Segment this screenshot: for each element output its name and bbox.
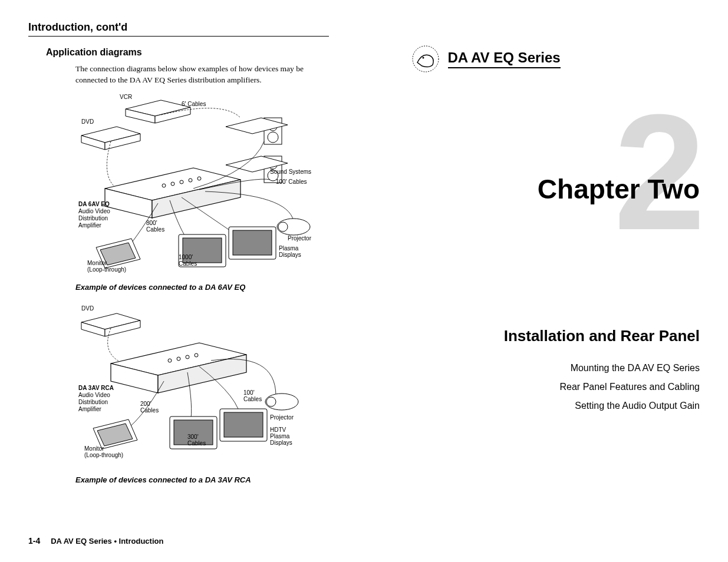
diagram-da6av: DVD VCR 6' Cables — [46, 94, 323, 279]
running-head: Introduction, cont'd — [28, 21, 329, 37]
svg-rect-26 — [224, 412, 263, 437]
svg-point-20 — [195, 353, 198, 357]
svg-point-8 — [180, 180, 183, 184]
label-300-1: 300' — [187, 434, 199, 440]
label-da3av-l2: Distribution — [78, 399, 108, 405]
label-800-2: Cables — [146, 226, 164, 233]
label-da6av-l3: Amplifier — [78, 222, 102, 229]
label-sound-systems: Sound Systems — [270, 168, 311, 175]
label-da6av-l1: Audio Video — [78, 208, 110, 214]
label-200-2: Cables — [140, 407, 159, 414]
label-plasma2: Displays — [279, 252, 301, 258]
section-title: Installation and Rear Panel — [400, 327, 700, 345]
chapter-sub: Installation and Rear Panel Mounting the… — [400, 327, 700, 419]
right-header: DA AV EQ Series — [411, 45, 700, 73]
label-da3av-bold: DA 3AV RCA — [78, 385, 114, 391]
svg-point-12 — [278, 222, 288, 232]
svg-point-17 — [168, 359, 172, 362]
label-monitor2b: (Loop-through) — [84, 452, 123, 458]
label-100-1: 100' — [243, 389, 255, 396]
diagram-da3av: DVD DA 3AV RCA Audio Video Distribution … — [46, 305, 323, 472]
label-monitor1b: Monitor — [84, 445, 104, 452]
label-plasma1: Plasma — [279, 245, 299, 252]
label-monitor1: Monitor — [87, 260, 107, 266]
label-da3av-l1: Audio Video — [78, 392, 110, 398]
svg-point-9 — [189, 178, 192, 182]
svg-rect-16 — [233, 230, 272, 255]
label-800-1: 800' — [146, 220, 157, 226]
left-page: Introduction, cont'd Application diagram… — [0, 0, 364, 562]
svg-point-28 — [422, 57, 424, 59]
series-title: DA AV EQ Series — [448, 49, 561, 68]
extron-logo-icon — [411, 45, 440, 73]
label-dvd: DVD — [81, 118, 94, 125]
left-column: Application diagrams The connection diag… — [28, 47, 329, 484]
label-plasma1b: Plasma — [270, 433, 290, 439]
toc-line: Setting the Audio Output Gain — [400, 401, 700, 411]
label-100cables: 100' Cables — [276, 178, 307, 185]
svg-point-6 — [162, 184, 166, 187]
svg-point-19 — [186, 355, 189, 359]
label-1000-2: Cables — [179, 260, 197, 267]
right-page: DA AV EQ Series 2 Chapter Two Installati… — [364, 0, 729, 562]
label-6cables: 6' Cables — [182, 101, 206, 107]
label-hdtv: HDTV — [270, 427, 286, 433]
svg-point-7 — [171, 182, 174, 186]
chapter-block: 2 Chapter Two — [400, 106, 700, 205]
label-vcr: VCR — [120, 94, 132, 100]
diagram-da6av-svg: DVD VCR 6' Cables — [75, 94, 323, 277]
svg-point-27 — [413, 46, 439, 72]
body-paragraph: The connection diagrams below show examp… — [46, 64, 323, 86]
label-monitor2: (Loop-through) — [87, 266, 126, 273]
caption-diagram2: Example of devices connected to a DA 3AV… — [75, 475, 323, 484]
label-plasma2b: Displays — [270, 439, 292, 446]
label-100-2: Cables — [243, 396, 262, 402]
svg-point-22 — [266, 397, 276, 406]
footer-title: DA AV EQ Series • Introduction — [51, 537, 163, 546]
toc-line: Rear Panel Features and Cabling — [400, 382, 700, 392]
label-300-2: Cables — [187, 440, 206, 447]
chapter-big-number: 2 — [400, 106, 700, 238]
label-da6av-bold: DA 6AV EQ — [78, 201, 110, 207]
diagram-da3av-svg: DVD DA 3AV RCA Audio Video Distribution … — [75, 305, 323, 470]
chapter-title: Chapter Two — [400, 173, 700, 205]
toc-line: Mounting the DA AV EQ Series — [400, 363, 700, 373]
svg-point-10 — [197, 177, 201, 180]
label-da3av-l3: Amplifier — [78, 406, 102, 412]
label-200-1: 200' — [140, 401, 151, 407]
label-da6av-l2: Distribution — [78, 215, 108, 222]
caption-diagram1: Example of devices connected to a DA 6AV… — [75, 283, 323, 292]
label-1000-1: 1000' — [179, 254, 193, 260]
svg-point-18 — [177, 357, 180, 361]
label-projector: Projector — [288, 235, 312, 242]
label-dvd2: DVD — [81, 305, 94, 312]
subhead-application-diagrams: Application diagrams — [46, 47, 323, 58]
label-projector2: Projector — [270, 414, 294, 421]
page-number: 1-4 — [28, 536, 40, 546]
footer-left: 1-4 DA AV EQ Series • Introduction — [28, 536, 341, 546]
